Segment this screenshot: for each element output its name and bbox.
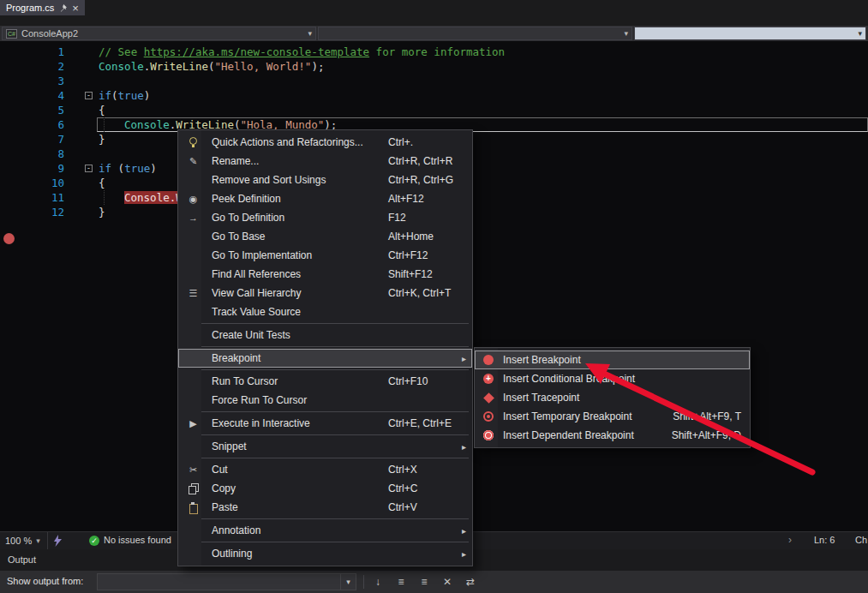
menu-separator — [182, 458, 469, 458]
submenu-arrow-icon: ▸ — [462, 549, 466, 559]
create-unit-tests-menu-item[interactable]: Create Unit Tests — [178, 326, 472, 344]
tab-program-cs[interactable]: Program.cs × — [0, 0, 85, 15]
execute-in-interactive-menu-item[interactable]: ▶Execute in InteractiveCtrl+E, Ctrl+E — [178, 414, 472, 433]
close-icon[interactable]: × — [72, 3, 79, 13]
code-line-5[interactable]: 5{ — [0, 103, 868, 117]
menu-item-shortcut: Shift+Alt+F9, D — [658, 429, 741, 441]
menu-icon-spacer — [186, 268, 201, 280]
annotation-menu-item[interactable]: Annotation▸ — [178, 521, 472, 540]
menu-item-shortcut: Shift+F12 — [388, 268, 464, 280]
menu-icon-spacer — [186, 249, 201, 261]
fold-collapse-icon[interactable]: - — [85, 165, 93, 172]
breakpoint-glyph[interactable] — [3, 233, 15, 244]
gotodef-icon: → — [186, 212, 201, 224]
type-dropdown[interactable]: ▾ — [318, 27, 632, 40]
menu-separator — [182, 411, 469, 412]
menu-icon-spacer — [186, 548, 201, 560]
insert-tracepoint-menu-item[interactable]: Insert Tracepoint — [475, 388, 750, 407]
code-line-1[interactable]: 1// See https://aka.ms/new-console-templ… — [0, 45, 868, 59]
prev-message-icon[interactable]: ≡ — [393, 574, 409, 590]
code-line-2[interactable]: 2Console.WriteLine("Hello, World!"); — [0, 59, 868, 74]
quick-actions-and-refactorings-menu-item[interactable]: Quick Actions and Refactorings...Ctrl+. — [178, 133, 472, 152]
feedback-icon[interactable] — [53, 535, 63, 548]
view-call-hierarchy-menu-item[interactable]: ☰View Call HierarchyCtrl+K, Ctrl+T — [178, 284, 472, 302]
find-all-references-menu-item[interactable]: Find All ReferencesShift+F12 — [178, 265, 472, 284]
menu-separator — [182, 542, 469, 542]
menu-item-label: Quick Actions and Refactorings... — [212, 136, 388, 148]
menu-item-label: Track Value Source — [212, 306, 464, 318]
code-line-3[interactable]: 3 — [0, 74, 868, 88]
goto-message-icon[interactable]: ↓ — [370, 574, 386, 590]
code-text: if(true) — [99, 88, 150, 103]
paste-menu-item[interactable]: PasteCtrl+V — [178, 498, 472, 517]
breakpoint-menu-item[interactable]: Breakpoint▸ — [178, 349, 472, 368]
issues-status[interactable]: No issues found — [104, 535, 171, 545]
menu-item-shortcut: Ctrl+K, Ctrl+T — [388, 287, 464, 299]
code-line-4[interactable]: 4-if(true) — [0, 88, 868, 103]
hierarchy-icon: ☰ — [186, 287, 201, 299]
bp-dep-icon — [482, 429, 496, 441]
cut-menu-item[interactable]: ✂CutCtrl+X — [178, 460, 472, 479]
run-to-cursor-menu-item[interactable]: Run To CursorCtrl+F10 — [178, 372, 472, 391]
outlining-menu-item[interactable]: Outlining▸ — [178, 544, 472, 563]
menu-item-shortcut: Ctrl+R, Ctrl+R — [388, 155, 464, 167]
next-message-icon[interactable]: ≡ — [416, 574, 432, 590]
menu-item-label: Go To Definition — [212, 212, 388, 224]
menu-icon-spacer — [186, 329, 201, 341]
scrollbar-right-arrow-icon[interactable]: › — [788, 534, 792, 546]
bp-icon — [482, 354, 496, 366]
zoom-selector[interactable]: 100 % ▾ — [0, 532, 48, 549]
bp-trace-icon — [482, 392, 496, 404]
remove-and-sort-usings-menu-item[interactable]: Remove and Sort UsingsCtrl+R, Ctrl+G — [178, 171, 472, 189]
pin-icon[interactable] — [59, 4, 67, 12]
dropdown-caret-icon: ▾ — [36, 536, 40, 545]
copy-menu-item[interactable]: CopyCtrl+C — [178, 479, 472, 498]
issues-check-icon: ✓ — [89, 536, 99, 546]
menu-item-shortcut: Ctrl+E, Ctrl+E — [388, 417, 464, 429]
output-panel-title[interactable]: Output — [8, 554, 36, 565]
menu-separator — [182, 434, 469, 435]
menu-item-label: Outlining — [212, 548, 464, 560]
member-dropdown[interactable]: ▾ — [634, 27, 866, 40]
menu-item-label: Rename... — [212, 155, 388, 167]
menu-icon-spacer — [186, 524, 201, 536]
cut-icon: ✂ — [186, 464, 201, 476]
csharp-project-icon: C# — [6, 29, 17, 39]
insert-breakpoint-menu-item[interactable]: Insert Breakpoint — [475, 350, 750, 369]
peek-icon: ◉ — [186, 193, 201, 205]
project-dropdown[interactable]: C# ConsoleApp2 ▾ — [2, 27, 316, 40]
insert-conditional-breakpoint-menu-item[interactable]: Insert Conditional Breakpoint — [475, 369, 750, 388]
indent-guide — [104, 190, 105, 205]
menu-item-shortcut: Ctrl+C — [388, 482, 464, 494]
go-to-definition-menu-item[interactable]: →Go To DefinitionF12 — [178, 208, 472, 227]
paste-icon — [186, 501, 201, 513]
menu-icon-spacer — [186, 394, 201, 406]
menu-item-shortcut: Alt+F12 — [388, 193, 464, 205]
dropdown-caret-icon[interactable]: ▾ — [340, 574, 356, 590]
go-to-base-menu-item[interactable]: Go To BaseAlt+Home — [178, 227, 472, 246]
editor-context-menu: Quick Actions and Refactorings...Ctrl+.✎… — [177, 129, 473, 566]
code-text: { — [99, 176, 105, 190]
rename-menu-item[interactable]: ✎Rename...Ctrl+R, Ctrl+R — [178, 152, 472, 171]
menu-item-shortcut: Ctrl+X — [388, 464, 464, 476]
snippet-menu-item[interactable]: Snippet▸ — [178, 437, 472, 456]
menu-item-label: Snippet — [212, 440, 464, 452]
insert-temporary-breakpoint-menu-item[interactable]: Insert Temporary BreakpointShift+Alt+F9,… — [475, 407, 750, 426]
fold-collapse-icon[interactable]: - — [85, 92, 93, 99]
code-text: { — [99, 103, 105, 117]
line-number: 5 — [0, 103, 64, 117]
track-value-source-menu-item[interactable]: Track Value Source — [178, 302, 472, 321]
menu-item-label: Insert Tracepoint — [503, 392, 741, 404]
go-to-implementation-menu-item[interactable]: Go To ImplementationCtrl+F12 — [178, 246, 472, 265]
menu-icon-spacer — [186, 174, 201, 186]
tab-title: Program.cs — [6, 3, 54, 13]
show-output-from-select[interactable]: ▾ — [97, 573, 356, 590]
dropdown-caret-icon: ▾ — [308, 29, 312, 38]
word-wrap-icon[interactable]: ⇄ — [463, 574, 478, 590]
force-run-to-cursor-menu-item[interactable]: Force Run To Cursor — [178, 391, 472, 410]
line-number: 6 — [0, 117, 64, 132]
peek-definition-menu-item[interactable]: ◉Peek DefinitionAlt+F12 — [178, 189, 472, 208]
clear-all-icon[interactable]: ✕ — [440, 574, 455, 590]
code-text: } — [99, 205, 105, 219]
insert-dependent-breakpoint-menu-item[interactable]: Insert Dependent BreakpointShift+Alt+F9,… — [475, 426, 750, 445]
